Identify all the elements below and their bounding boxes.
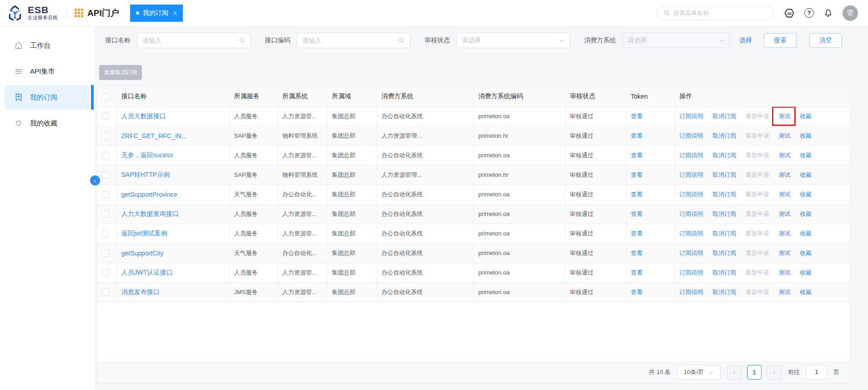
row-checkbox[interactable] xyxy=(102,152,109,159)
op-cancel-subscription[interactable]: 取消订阅 xyxy=(712,132,736,139)
op-favorite[interactable]: 收藏 xyxy=(800,191,812,198)
tab-my-subscriptions[interactable]: 我的订阅 × xyxy=(130,5,183,22)
op-subscription-desc[interactable]: 订阅说明 xyxy=(680,210,703,217)
op-test[interactable]: 测试 xyxy=(778,152,790,159)
op-cancel-subscription[interactable]: 取消订阅 xyxy=(712,289,736,295)
op-favorite[interactable]: 收藏 xyxy=(800,269,812,276)
op-reapply: 重新申请 xyxy=(746,113,769,120)
op-favorite[interactable]: 收藏 xyxy=(800,113,812,120)
op-favorite[interactable]: 收藏 xyxy=(800,132,812,139)
token-view-link[interactable]: 查看 xyxy=(631,171,643,178)
op-subscription-desc[interactable]: 订阅说明 xyxy=(680,152,703,159)
api-name-input[interactable] xyxy=(137,33,251,48)
row-checkbox[interactable] xyxy=(102,289,109,296)
row-checkbox[interactable] xyxy=(102,269,109,276)
row-checkbox[interactable] xyxy=(102,171,109,179)
op-cancel-subscription[interactable]: 取消订阅 xyxy=(712,113,736,120)
op-favorite[interactable]: 收藏 xyxy=(800,230,812,237)
token-view-link[interactable]: 查看 xyxy=(631,210,643,217)
cell-consumer-code: primeton.oa xyxy=(474,243,565,263)
op-subscription-desc[interactable]: 订阅说明 xyxy=(680,269,703,276)
api-name-link[interactable]: 无参，返回sucess xyxy=(121,151,173,159)
op-test[interactable]: 测试 xyxy=(778,113,790,120)
api-code-input[interactable] xyxy=(297,33,410,48)
choose-link[interactable]: 选择 xyxy=(739,36,752,45)
api-name-link[interactable]: 返回jwt测试案例 xyxy=(121,230,167,237)
op-subscription-desc[interactable]: 订阅说明 xyxy=(680,191,703,198)
select-all-checkbox[interactable] xyxy=(102,93,109,100)
op-test[interactable]: 测试 xyxy=(778,230,790,237)
current-page[interactable]: 1 xyxy=(747,365,762,380)
op-subscription-desc[interactable]: 订阅说明 xyxy=(680,250,703,256)
op-subscription-desc[interactable]: 订阅说明 xyxy=(680,132,703,139)
op-cancel-subscription[interactable]: 取消订阅 xyxy=(712,250,736,256)
menu-search-input[interactable] xyxy=(673,10,768,16)
op-cancel-subscription[interactable]: 取消订阅 xyxy=(712,191,736,198)
api-name-link[interactable]: ZRFC_GET_RFC_IN... xyxy=(121,132,187,140)
row-checkbox[interactable] xyxy=(102,230,109,237)
page-size-select[interactable]: 10条/页 xyxy=(677,365,721,380)
api-name-link[interactable]: 人员JWT认证接口 xyxy=(121,269,173,276)
op-test[interactable]: 测试 xyxy=(778,210,790,217)
sidebar-collapse-toggle[interactable]: ‹ xyxy=(90,175,100,185)
api-name-input-field[interactable] xyxy=(142,37,239,44)
op-test[interactable]: 测试 xyxy=(778,289,790,295)
token-view-link[interactable]: 查看 xyxy=(631,289,643,295)
row-checkbox[interactable] xyxy=(102,113,109,120)
op-favorite[interactable]: 收藏 xyxy=(800,250,812,256)
token-view-link[interactable]: 查看 xyxy=(631,250,643,256)
sidebar-item-api-market[interactable]: API集市 xyxy=(5,59,90,84)
token-view-link[interactable]: 查看 xyxy=(631,152,643,159)
tab-close-icon[interactable]: × xyxy=(173,10,177,17)
api-code-input-field[interactable] xyxy=(302,37,399,44)
api-name-link[interactable]: SAP转HTTP示例 xyxy=(121,171,170,178)
token-view-link[interactable]: 查看 xyxy=(631,113,643,120)
sidebar-item-my-subscriptions[interactable]: 我的订阅 xyxy=(5,85,90,110)
op-test[interactable]: 测试 xyxy=(778,132,790,139)
op-subscription-desc[interactable]: 订阅说明 xyxy=(680,289,703,295)
token-view-link[interactable]: 查看 xyxy=(631,230,643,237)
op-favorite[interactable]: 收藏 xyxy=(800,171,812,178)
ai-assistant-icon[interactable]: AI xyxy=(784,8,795,18)
row-checkbox[interactable] xyxy=(102,132,109,140)
op-favorite[interactable]: 收藏 xyxy=(800,152,812,159)
op-cancel-subscription[interactable]: 取消订阅 xyxy=(712,230,736,237)
token-view-link[interactable]: 查看 xyxy=(631,191,643,198)
user-avatar[interactable]: 管 xyxy=(843,5,858,21)
row-checkbox[interactable] xyxy=(102,210,109,218)
notification-bell-icon[interactable] xyxy=(823,8,833,18)
row-checkbox[interactable] xyxy=(102,250,109,257)
help-icon[interactable]: ? xyxy=(804,8,814,18)
op-subscription-desc[interactable]: 订阅说明 xyxy=(680,171,703,178)
sidebar-item-my-favorites[interactable]: 我的收藏 xyxy=(5,111,90,135)
sidebar-item-workbench[interactable]: 工作台 xyxy=(5,33,90,58)
op-test[interactable]: 测试 xyxy=(778,191,790,198)
op-favorite[interactable]: 收藏 xyxy=(800,289,812,295)
menu-search-box[interactable] xyxy=(657,6,774,20)
op-test[interactable]: 测试 xyxy=(778,269,790,276)
search-button[interactable]: 搜索 xyxy=(764,33,797,48)
op-subscription-desc[interactable]: 订阅说明 xyxy=(680,113,703,120)
pagination-total: 共 10 条 xyxy=(649,368,671,376)
op-test[interactable]: 测试 xyxy=(778,171,790,178)
op-subscription-desc[interactable]: 订阅说明 xyxy=(680,230,703,237)
op-favorite[interactable]: 收藏 xyxy=(800,210,812,217)
goto-page-input[interactable] xyxy=(806,365,827,380)
api-name-link[interactable]: 人员大数据接口 xyxy=(121,112,166,120)
cell-system: 人力资源管... xyxy=(278,106,327,126)
token-view-link[interactable]: 查看 xyxy=(631,269,643,276)
audit-status-select[interactable]: 请选择 xyxy=(456,33,570,48)
token-view-link[interactable]: 查看 xyxy=(631,132,643,139)
api-name-link[interactable]: 人力大数据查询接口 xyxy=(121,210,179,217)
api-name-link[interactable]: 消息发布接口 xyxy=(121,288,160,295)
row-checkbox[interactable] xyxy=(102,191,109,198)
op-cancel-subscription[interactable]: 取消订阅 xyxy=(712,210,736,217)
clear-button[interactable]: 清空 xyxy=(809,33,842,48)
api-name-link[interactable]: getSupportCity xyxy=(121,250,164,257)
api-name-link[interactable]: getSupportProvince xyxy=(121,191,177,198)
op-cancel-subscription[interactable]: 取消订阅 xyxy=(712,269,736,276)
op-cancel-subscription[interactable]: 取消订阅 xyxy=(712,171,736,178)
cell-consumer: 人力资源管理... xyxy=(377,165,474,185)
op-test[interactable]: 测试 xyxy=(778,250,790,256)
op-cancel-subscription[interactable]: 取消订阅 xyxy=(712,152,736,159)
